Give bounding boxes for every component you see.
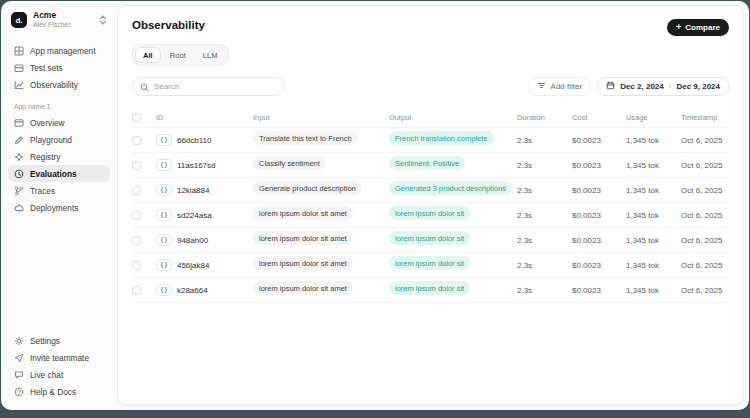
sidebar-item-label: Evaluations [30,169,77,179]
row-usage: 1,345 tok [626,136,681,145]
sidebar-item-app-management[interactable]: App management [8,42,110,59]
grid-icon [14,46,24,56]
table-row[interactable]: {} 12kla884 Generate product description… [132,178,729,203]
row-checkbox[interactable] [132,211,141,220]
sidebar-item-live-chat[interactable]: Live chat [8,366,110,383]
sidebar-item-observability[interactable]: Observability [8,76,110,93]
row-cost: $0.0023 [572,161,626,170]
input-chip: lorem ipsum dolor sit amet [253,281,353,295]
json-braces-icon: {} [156,209,172,221]
table-row[interactable]: {} 66dcb110 Translate this text to Frenc… [132,128,729,153]
line-chart-icon [14,80,24,90]
sidebar-item-registry[interactable]: Registry [8,148,110,165]
table-row[interactable]: {} k28a664 lorem ipsum dolor sit amet lo… [132,278,729,303]
sidebar-item-overview[interactable]: Overview [8,114,110,131]
row-duration: 2.3s [517,211,572,220]
table-row[interactable]: {} sd224asa lorem ipsum dolor sit amet l… [132,203,729,228]
output-chip: lorem ipsum dolor sit [389,206,470,220]
sidebar-item-settings[interactable]: Settings [8,332,110,349]
table-row[interactable]: {} 948ah00 lorem ipsum dolor sit amet lo… [132,228,729,253]
plus-icon: + [676,23,681,32]
row-cost: $0.0023 [572,136,626,145]
row-usage: 1,345 tok [626,286,681,295]
cloud-icon [14,203,24,213]
chevron-updown-icon [99,11,107,29]
sidebar-item-help-docs[interactable]: Help & Docs [8,383,110,400]
sidebar-item-deployments[interactable]: Deployments [8,199,110,216]
card-rows-icon [14,63,24,73]
table-body: {} 66dcb110 Translate this text to Frenc… [132,128,729,303]
sidebar-item-label: Test sets [30,63,63,73]
input-chip: Translate this text to French [253,131,358,145]
sidebar: d. Acme Alex Fischer App management Test… [1,1,117,410]
row-timestamp: Oct 6, 2025 [681,161,729,170]
workspace-switcher[interactable]: d. Acme Alex Fischer [8,9,110,31]
column-header-input: Input [253,113,389,122]
table-row[interactable]: {} 11as167sd Classify sentiment Sentimen… [132,153,729,178]
date-end: Dec 9, 2024 [676,82,720,91]
workspace-logo: d. [11,12,27,28]
calendar-icon [606,81,615,92]
tab-llm[interactable]: LLM [195,47,226,63]
row-timestamp: Oct 6, 2025 [681,136,729,145]
sidebar-item-evaluations[interactable]: Evaluations [8,165,110,182]
row-timestamp: Oct 6, 2025 [681,211,729,220]
sidebar-item-label: Live chat [30,370,63,380]
date-start: Dec 2, 2024 [620,82,664,91]
row-duration: 2.3s [517,186,572,195]
sidebar-item-traces[interactable]: Traces [8,182,110,199]
sparkle-icon [14,152,24,162]
pencil-icon [14,135,24,145]
json-braces-icon: {} [156,134,172,146]
sidebar-item-test-sets[interactable]: Test sets [8,59,110,76]
input-chip: Classify sentiment [253,156,326,170]
search-input[interactable] [154,82,277,91]
sidebar-spacer [8,216,110,332]
row-id: 11as167sd [177,161,216,170]
filter-icon [537,81,546,92]
tab-root[interactable]: Root [162,47,194,63]
search-icon [140,78,149,96]
row-usage: 1,345 tok [626,211,681,220]
json-braces-icon: {} [156,159,172,171]
output-chip: Generated 3 product descriptions [389,181,512,195]
row-checkbox[interactable] [132,286,141,295]
row-cost: $0.0023 [572,186,626,195]
sidebar-item-invite-teammate[interactable]: Invite teammate [8,349,110,366]
row-checkbox[interactable] [132,186,141,195]
row-duration: 2.3s [517,161,572,170]
row-checkbox[interactable] [132,261,141,270]
select-all-checkbox[interactable] [132,113,141,122]
row-duration: 2.3s [517,236,572,245]
column-header-timestamp: Timestamp [681,113,729,122]
help-circle-icon [14,387,24,397]
table-row[interactable]: {} 456jak84 lorem ipsum dolor sit amet l… [132,253,729,278]
workspace-user: Alex Fischer [33,21,93,29]
compare-button[interactable]: + Compare [667,19,729,36]
add-filter-button[interactable]: Add filter [528,77,592,96]
row-checkbox[interactable] [132,136,141,145]
sidebar-item-label: Deployments [30,203,78,213]
sidebar-section-label: App name 1 [14,103,110,110]
date-range-button[interactable]: Dec 2, 2024 › Dec 9, 2024 [597,77,729,96]
add-filter-label: Add filter [551,82,583,91]
sidebar-item-label: Help & Docs [30,387,76,397]
row-timestamp: Oct 6, 2025 [681,186,729,195]
row-usage: 1,345 tok [626,236,681,245]
row-id: 948ah00 [177,236,208,245]
search-box[interactable] [132,77,285,96]
gear-icon [14,336,24,346]
input-chip: lorem ipsum dolor sit amet [253,256,353,270]
sidebar-item-label: Playground [30,135,72,145]
output-chip: lorem ipsum dolor sit [389,231,470,245]
column-header-output: Output [389,113,517,122]
row-cost: $0.0023 [572,261,626,270]
row-usage: 1,345 tok [626,186,681,195]
row-id: sd224asa [177,211,212,220]
sidebar-item-playground[interactable]: Playground [8,131,110,148]
app-window: d. Acme Alex Fischer App management Test… [1,1,749,410]
tab-all[interactable]: All [135,47,161,63]
row-checkbox[interactable] [132,236,141,245]
main-panel: Observability + Compare All Root LLM [117,5,744,405]
row-checkbox[interactable] [132,161,141,170]
